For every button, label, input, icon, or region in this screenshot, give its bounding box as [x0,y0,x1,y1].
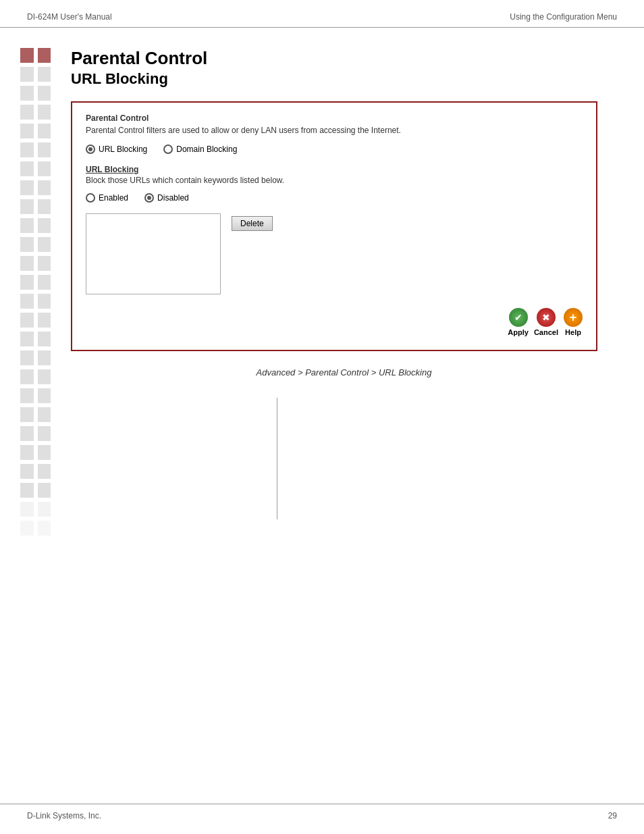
footer-company: D-Link Systems, Inc. [27,811,101,820]
url-blocking-radio[interactable]: URL Blocking [86,145,147,154]
enabled-disabled-radio-group: Enabled Disabled [86,193,583,203]
left-decoration [0,41,57,784]
url-blocking-section-label: URL Blocking [86,165,583,174]
footer-page-number: 29 [608,811,617,820]
cancel-label: Cancel [534,328,558,336]
apply-label: Apply [508,328,529,336]
disabled-radio-label: Disabled [157,193,189,203]
url-blocking-area: Delete [86,213,583,294]
delete-button[interactable]: Delete [232,216,273,231]
delete-button-area: Delete [232,213,273,294]
disabled-radio-circle [144,193,154,203]
blocking-type-radio-group: URL Blocking Domain Blocking [86,145,583,154]
bottom-line-area [71,398,617,519]
header-section-title: Using the Configuration Menu [510,12,617,22]
page-title-main: Parental Control [71,48,617,69]
main-content: Parental Control URL Blocking Parental C… [57,41,644,784]
cancel-icon: ✖ [537,308,556,327]
help-label: Help [565,328,581,336]
domain-blocking-radio[interactable]: Domain Blocking [163,145,237,154]
url-blocking-radio-label: URL Blocking [99,145,147,154]
breadcrumb-caption: Advanced > Parental Control > URL Blocki… [71,367,617,377]
apply-icon: ✔ [509,308,528,327]
config-panel: Parental Control Parental Control filter… [71,101,597,351]
enabled-radio[interactable]: Enabled [86,193,128,203]
page-footer: D-Link Systems, Inc. 29 [0,804,644,820]
page-header: DI-624M User's Manual Using the Configur… [0,0,644,28]
help-icon: + [564,308,583,327]
enabled-radio-label: Enabled [99,193,128,203]
page-body: Parental Control URL Blocking Parental C… [0,28,644,784]
apply-button[interactable]: ✔ Apply [508,308,529,336]
enabled-radio-circle [86,193,95,203]
page-divider-line [277,398,277,519]
page-title-sub: URL Blocking [71,70,617,88]
url-blocking-section-desc: Block those URLs which contain keywords … [86,176,583,185]
action-buttons-row: ✔ Apply ✖ Cancel + Help [86,308,583,336]
url-blocking-radio-circle [86,145,95,154]
header-manual-title: DI-624M User's Manual [27,12,112,22]
domain-blocking-radio-circle [163,145,173,154]
help-button[interactable]: + Help [564,308,583,336]
cancel-button[interactable]: ✖ Cancel [534,308,558,336]
domain-blocking-radio-label: Domain Blocking [176,145,237,154]
disabled-radio[interactable]: Disabled [144,193,189,203]
url-list-box[interactable] [86,213,221,294]
panel-description: Parental Control filters are used to all… [86,126,583,135]
panel-title: Parental Control [86,113,583,123]
